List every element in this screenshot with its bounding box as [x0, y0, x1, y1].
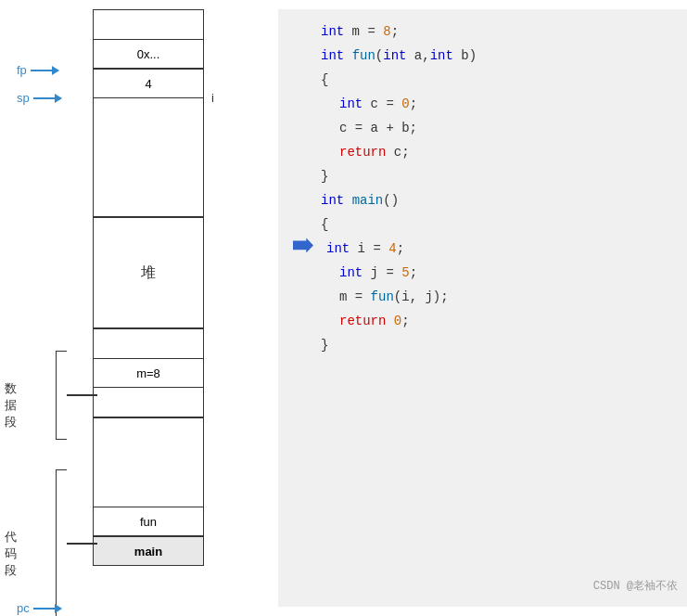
mem-cell-code-mid1 — [93, 447, 204, 477]
fp-arrow — [31, 70, 58, 71]
code-text-1: int m = 8; — [321, 20, 399, 44]
code-line-12: m = fun(i, j); — [293, 286, 672, 310]
code-text-5: c = a + b; — [339, 117, 417, 140]
code-text-13: return 0; — [339, 310, 410, 333]
code-bracket-line — [67, 543, 97, 545]
mem-cell-e2 — [93, 128, 204, 158]
code-fun-value: fun — [140, 515, 157, 529]
mem-cell-0x-value: 0x... — [137, 47, 160, 61]
mem-cell-e1 — [93, 98, 204, 128]
code-text-4: int c = 0; — [339, 93, 417, 116]
mem-cell-4: 4 — [93, 69, 204, 98]
arrow-10-placeholder — [293, 237, 321, 261]
mem-cell-data-bottom — [93, 388, 204, 417]
code-text-3: { — [321, 69, 328, 92]
code-text-8: int main() — [321, 189, 399, 212]
mem-cell-e4 — [93, 187, 204, 217]
pc-arrow — [33, 608, 61, 610]
code-text-6: return c; — [339, 141, 410, 164]
mem-cell-top — [93, 9, 204, 39]
fp-label: fp — [17, 63, 27, 77]
heap-label: 堆 — [141, 263, 156, 283]
data-m-value: m=8 — [136, 366, 160, 380]
code-line-4: int c = 0; — [293, 93, 672, 117]
i-value: i — [211, 91, 214, 105]
watermark: CSDN @老袖不依 — [593, 577, 678, 597]
sp-pointer: sp — [17, 91, 61, 105]
code-line-1: int m = 8; — [293, 20, 672, 45]
sp-arrow — [33, 97, 61, 99]
side-i-label: i — [211, 91, 214, 105]
mem-cell-data-m: m=8 — [93, 358, 204, 388]
code-text-2: int fun(int a,int b) — [321, 45, 477, 68]
pc-pointer: pc — [17, 601, 61, 615]
mem-cell-code-main: main — [93, 536, 204, 566]
mem-cell-e3 — [93, 158, 204, 187]
data-bracket — [56, 351, 67, 440]
code-line-13: return 0; — [293, 310, 672, 334]
fp-pointer: fp — [17, 63, 58, 77]
data-segment-label: 数据段 — [5, 380, 17, 430]
code-line-8: int main() — [293, 189, 672, 213]
code-main-value: main — [134, 545, 162, 558]
code-line-14: } — [293, 334, 672, 358]
code-line-6: return c; — [293, 141, 672, 165]
mem-cell-heap: 堆 — [93, 217, 204, 328]
code-text-9: { — [321, 213, 328, 237]
sp-label: sp — [17, 91, 30, 105]
code-line-7: } — [293, 165, 672, 189]
code-text-11: int j = 5; — [339, 262, 417, 285]
code-line-11: int j = 5; — [293, 262, 672, 286]
watermark-text: CSDN @老袖不依 — [593, 580, 678, 593]
data-bracket-line — [67, 394, 97, 396]
memory-diagram: 0x... 4 堆 m=8 — [0, 9, 278, 607]
mem-cell-data-top — [93, 328, 204, 358]
mem-cell-code-mid2 — [93, 477, 204, 507]
code-line-3: { — [293, 69, 672, 93]
mem-cell-code-top — [93, 417, 204, 447]
code-section: int m = 8; int fun(int a,int b) { int c … — [278, 9, 687, 607]
mem-cell-4-value: 4 — [145, 77, 151, 91]
code-text-10: int i = 4; — [326, 237, 404, 261]
code-segment-label: 代码段 — [5, 529, 17, 579]
mem-cell-code-fun: fun — [93, 507, 204, 536]
code-text-14: } — [321, 334, 328, 357]
code-text-7: } — [321, 165, 328, 188]
memory-column: 0x... 4 堆 m=8 — [93, 9, 204, 566]
code-line-5: c = a + b; — [293, 117, 672, 141]
pc-label: pc — [17, 601, 30, 615]
code-line-2: int fun(int a,int b) — [293, 45, 672, 69]
code-line-9: { — [293, 213, 672, 237]
code-line-10: int i = 4; — [293, 237, 672, 262]
code-bracket — [56, 469, 67, 616]
current-line-arrow — [293, 237, 313, 252]
mem-cell-0x: 0x... — [93, 39, 204, 69]
code-text-12: m = fun(i, j); — [339, 286, 449, 309]
